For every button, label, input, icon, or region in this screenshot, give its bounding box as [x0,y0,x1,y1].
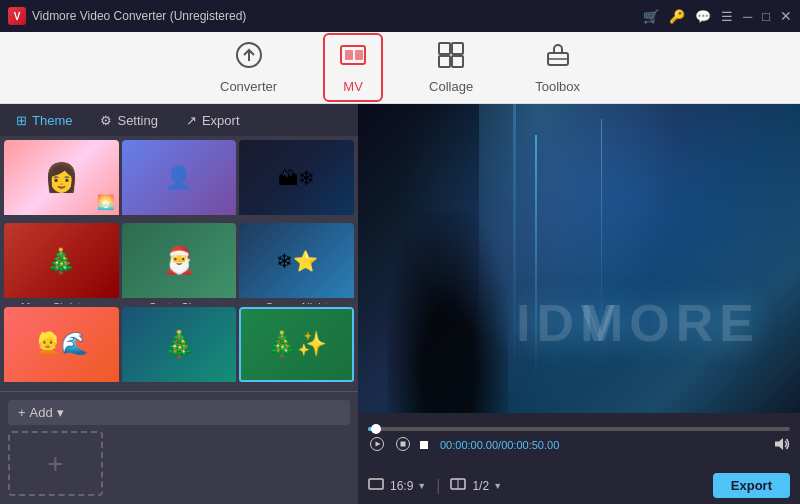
theme-simple-label: Simple [122,215,237,220]
theme-snowy-night[interactable]: ❄⭐ Snowy Night [239,223,354,303]
theme-merry-christmas[interactable]: 🎄 Merry Christmas [4,223,119,303]
maximize-icon[interactable]: □ [762,9,770,24]
svg-rect-5 [439,43,450,54]
ratio-dropdown-arrow: ▼ [417,481,426,491]
nav-collage[interactable]: Collage [413,33,489,102]
subnav-theme-label: Theme [32,113,72,128]
sub-navigation: ⊞ Theme ⚙ Setting ↗ Export [0,104,358,136]
ratio-value: 16:9 [390,479,413,493]
theme-stripes-waves-label: Stripes & Waves [4,382,119,387]
theme-christmas-eve[interactable]: 🏔❄ Christmas Eve [239,140,354,220]
svg-rect-6 [452,43,463,54]
subnav-setting-label: Setting [117,113,157,128]
separator-1: | [436,477,440,495]
export-icon: ↗ [186,113,197,128]
screen-dropdown-arrow: ▼ [493,481,502,491]
nav-converter[interactable]: Converter [204,33,293,102]
add-button[interactable]: + Add ▾ [8,400,350,425]
aspect-ratio-icon [368,478,384,493]
subnav-export-label: Export [202,113,240,128]
theme-happy[interactable]: 👩 🌅 Happy [4,140,119,220]
controls-row: 00:00:00.00/00:00:50.00 [368,435,790,456]
svg-marker-15 [775,438,783,450]
svg-rect-3 [345,50,353,60]
cart-icon[interactable]: 🛒 [643,9,659,24]
collage-label: Collage [429,79,473,94]
progress-bar-row [368,427,790,431]
subnav-export[interactable]: ↗ Export [180,109,246,132]
video-preview: IDMORE V [358,104,800,413]
progress-dot [371,424,381,434]
time-display: 00:00:00.00/00:00:50.00 [440,439,766,451]
export-button[interactable]: Export [713,473,790,498]
close-button[interactable]: ✕ [780,8,792,24]
titlebar-title: Vidmore Video Converter (Unregistered) [32,9,246,23]
converter-label: Converter [220,79,277,94]
svg-rect-8 [452,56,463,67]
add-media-placeholder[interactable]: + [8,431,103,496]
setting-icon: ⚙ [100,113,112,128]
playhead-indicator [420,441,428,449]
svg-rect-14 [401,441,406,446]
theme-beautiful-christmas[interactable]: 🎄✨ Beautiful Christmas [239,307,354,387]
watermark-text: IDMORE [516,293,760,353]
theme-simple[interactable]: 👤 Simple [122,140,237,220]
app-icon: V [8,7,26,25]
scene-glow [358,104,800,413]
titlebar-left: V Vidmore Video Converter (Unregistered) [8,7,246,25]
main-content: ⊞ Theme ⚙ Setting ↗ Export 👩 🌅 [0,104,800,504]
play-button[interactable] [368,435,386,456]
theme-happy-label: Happy [4,215,119,220]
theme-grid: 👩 🌅 Happy 👤 Simple [0,136,358,391]
add-dropdown-arrow: ▾ [57,405,64,420]
svg-marker-12 [376,441,381,446]
add-plus-icon: + [47,448,63,480]
screen-icon [450,478,466,493]
svg-rect-4 [355,50,363,60]
theme-snowy-night-label: Snowy Night [239,298,354,303]
theme-beautiful-christmas-label: Beautiful Christmas [239,382,354,387]
nav-mv[interactable]: MV [323,33,383,102]
subnav-setting[interactable]: ⚙ Setting [94,109,163,132]
menu-icon[interactable]: ☰ [721,9,733,24]
theme-merry-christmas-label: Merry Christmas [4,298,119,303]
theme-stripes-waves[interactable]: 👱🌊 Stripes & Waves [4,307,119,387]
progress-track[interactable] [368,427,790,431]
collage-icon [437,41,465,75]
left-panel: ⊞ Theme ⚙ Setting ↗ Export 👩 🌅 [0,104,358,504]
theme-christmas-eve-label: Christmas Eve [239,215,354,220]
nav-toolbox[interactable]: Toolbox [519,33,596,102]
add-label: Add [30,405,53,420]
svg-rect-7 [439,56,450,67]
watermark-v: V [580,293,615,353]
bottom-controls-row: 16:9 ▼ | 1/2 ▼ Export [358,469,800,504]
mv-icon [339,41,367,75]
theme-christmas-tree-label: Christmas Tree [122,382,237,387]
screen-split-button[interactable]: 1/2 ▼ [472,479,502,493]
mv-label: MV [343,79,363,94]
toolbox-label: Toolbox [535,79,580,94]
stop-button[interactable] [394,435,412,456]
theme-santa-claus-label: Santa Claus [122,298,237,303]
chat-icon[interactable]: 💬 [695,9,711,24]
aspect-ratio-button[interactable]: 16:9 ▼ [390,479,426,493]
add-icon: + [18,405,26,420]
subnav-theme[interactable]: ⊞ Theme [10,109,78,132]
converter-icon [235,41,263,75]
screen-value: 1/2 [472,479,489,493]
right-panel: IDMORE V 00:00:00.00/00:00:50.00 [358,104,800,504]
key-icon[interactable]: 🔑 [669,9,685,24]
volume-icon[interactable] [774,437,790,454]
titlebar-controls: 🛒 🔑 💬 ☰ ─ □ ✕ [643,8,792,24]
theme-santa-claus[interactable]: 🎅 Santa Claus [122,223,237,303]
titlebar: V Vidmore Video Converter (Unregistered)… [0,0,800,32]
toolbox-icon [544,41,572,75]
theme-christmas-tree[interactable]: 🎄 Christmas Tree [122,307,237,387]
top-navigation: Converter MV Collage [0,32,800,104]
theme-grid-icon: ⊞ [16,113,27,128]
svg-rect-16 [369,479,383,489]
minimize-icon[interactable]: ─ [743,9,752,24]
add-area: + Add ▾ + [0,391,358,504]
video-controls: 00:00:00.00/00:00:50.00 [358,413,800,469]
